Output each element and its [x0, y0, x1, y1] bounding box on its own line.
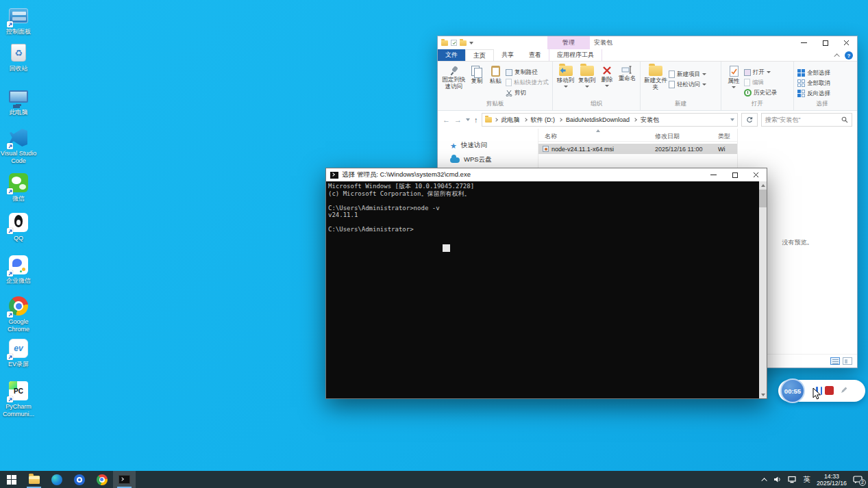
- copy-to-button[interactable]: 复制到: [578, 64, 596, 88]
- action-center-button[interactable]: 2: [853, 476, 863, 484]
- delete-button[interactable]: 删除: [599, 64, 615, 87]
- select-all-button[interactable]: 全部选择: [797, 68, 830, 78]
- taskbar-baidu-netdisk[interactable]: [68, 471, 90, 488]
- tab-home[interactable]: 主页: [465, 49, 494, 61]
- taskbar-clock[interactable]: 14:33 2025/12/16: [817, 473, 847, 487]
- new-folder-button[interactable]: 新建文件夹: [644, 64, 667, 90]
- network-icon[interactable]: [788, 476, 797, 483]
- desktop-icon-label: PyCharm Communi...: [0, 403, 37, 418]
- edit-button[interactable]: 编辑: [744, 77, 777, 88]
- search-input[interactable]: 搜索"安装包": [761, 113, 852, 127]
- forward-button[interactable]: →: [454, 116, 462, 124]
- qat-dropdown-icon[interactable]: [469, 42, 473, 44]
- taskbar-edge[interactable]: [45, 471, 68, 488]
- copy-button[interactable]: 复制: [468, 64, 485, 85]
- address-dropdown-icon[interactable]: [730, 118, 734, 121]
- new-folder-qat-icon[interactable]: [460, 40, 467, 46]
- easy-access-button[interactable]: 轻松访问: [669, 79, 706, 90]
- details-view-button[interactable]: [830, 357, 840, 365]
- desktop-icon-qq[interactable]: QQ: [0, 212, 37, 242]
- tab-view[interactable]: 查看: [521, 49, 549, 61]
- cut-button[interactable]: 剪切: [506, 88, 549, 98]
- up-button[interactable]: ↑: [474, 116, 478, 124]
- taskbar-chrome[interactable]: [90, 471, 113, 488]
- desktop-icon-wecom[interactable]: 企业微信: [0, 255, 37, 285]
- column-header-date[interactable]: 修改日期: [655, 132, 718, 141]
- desktop-icon-wechat[interactable]: 微信: [0, 172, 37, 203]
- tab-share[interactable]: 共享: [494, 49, 521, 61]
- cmd-minimize-button[interactable]: [703, 168, 724, 181]
- copy-path-button[interactable]: 复制路径: [506, 67, 549, 77]
- cmd-close-button[interactable]: [745, 168, 767, 181]
- annotate-pencil-button[interactable]: [840, 385, 849, 396]
- tab-file[interactable]: 文件: [438, 49, 465, 61]
- scroll-up-icon[interactable]: [759, 181, 767, 189]
- start-button[interactable]: [0, 471, 23, 488]
- volume-icon[interactable]: [773, 476, 782, 483]
- nav-quick-access[interactable]: ★ 快速访问: [438, 138, 538, 153]
- shortcut-arrow-icon: [7, 143, 13, 149]
- desktop-icon-recycle-bin[interactable]: ♻ 回收站: [0, 42, 37, 73]
- properties-button[interactable]: 属性: [725, 64, 743, 88]
- mouse-cursor: [813, 387, 821, 402]
- minimize-button[interactable]: [793, 36, 815, 49]
- history-button[interactable]: 历史记录: [744, 88, 777, 98]
- tray-expand-icon[interactable]: [762, 478, 767, 483]
- cmd-titlebar[interactable]: 选择 管理员: C:\Windows\system32\cmd.exe: [326, 168, 767, 181]
- select-none-button[interactable]: 全部取消: [797, 78, 830, 88]
- scrollbar-thumb[interactable]: [759, 190, 767, 207]
- folder-icon[interactable]: [441, 40, 448, 46]
- history-label: 历史记录: [754, 89, 777, 97]
- properties-qat-icon[interactable]: [451, 40, 457, 46]
- paste-button[interactable]: 粘贴: [487, 64, 504, 85]
- taskbar-file-explorer[interactable]: [23, 471, 45, 488]
- recent-locations-icon[interactable]: [466, 118, 470, 121]
- open-button[interactable]: 打开: [744, 67, 777, 77]
- move-to-button[interactable]: 移动到: [556, 64, 575, 88]
- breadcrumb-baidunetdiskdownload[interactable]: BaiduNetdiskDownload: [565, 116, 631, 123]
- nav-wps-cloud[interactable]: WPS云盘: [438, 153, 538, 167]
- invert-selection-button[interactable]: 反向选择: [797, 88, 830, 99]
- location-folder-icon: [485, 117, 492, 123]
- desktop-icon-control-panel[interactable]: 控制面板: [0, 5, 37, 36]
- move-to-dropdown-icon: [564, 86, 568, 88]
- breadcrumb-this-pc[interactable]: 此电脑: [500, 116, 521, 125]
- address-bar[interactable]: 此电脑 软件 (D:) BaiduNetdiskDownload 安装包: [482, 113, 739, 127]
- desktop-icon-vscode[interactable]: Visual Studio Code: [0, 127, 37, 165]
- desktop-icon-ev-recorder[interactable]: ev EV录屏: [0, 338, 37, 368]
- close-button[interactable]: [836, 36, 857, 49]
- file-row-selected[interactable]: node-v24.11.1-x64.msi 2025/12/16 11:00 W…: [538, 144, 737, 154]
- cmd-maximize-button[interactable]: [724, 168, 745, 181]
- new-item-button[interactable]: 新建项目: [669, 69, 706, 79]
- column-header-name[interactable]: 名称: [538, 132, 655, 141]
- maximize-button[interactable]: [815, 36, 836, 49]
- input-language-indicator[interactable]: 英: [803, 475, 810, 485]
- scroll-down-icon[interactable]: [759, 391, 767, 398]
- desktop-icon-this-pc[interactable]: 此电脑: [0, 86, 37, 116]
- terminal-output[interactable]: Microsoft Windows [版本 10.0.19045.2728] (…: [326, 181, 767, 398]
- quick-access-toolbar[interactable]: [438, 40, 473, 46]
- pin-quick-access-button[interactable]: 固定到快速访问: [441, 64, 467, 90]
- breadcrumb-anzhuangbao[interactable]: 安装包: [639, 116, 660, 125]
- terminal-line: [328, 219, 474, 227]
- explorer-titlebar[interactable]: 管理 安装包: [438, 36, 857, 49]
- screen-recorder-widget[interactable]: 00:55: [778, 380, 865, 402]
- refresh-button[interactable]: [741, 113, 758, 127]
- help-icon[interactable]: ?: [845, 51, 853, 60]
- rename-button[interactable]: 重命名: [618, 64, 636, 82]
- taskbar-cmd[interactable]: [113, 471, 136, 488]
- stop-recording-button[interactable]: [825, 386, 834, 395]
- desktop-icon-chrome[interactable]: Google Chrome: [0, 296, 37, 333]
- column-header-type[interactable]: 类型: [718, 132, 737, 141]
- collapse-ribbon-icon[interactable]: [834, 53, 839, 59]
- large-icons-view-button[interactable]: [843, 357, 852, 365]
- desktop-icon-label: 回收站: [10, 65, 28, 73]
- paste-shortcut-button[interactable]: 粘贴快捷方式: [506, 77, 549, 88]
- desktop-icon-label: 微信: [12, 195, 25, 203]
- desktop-icon-pycharm[interactable]: PC PyCharm Communi...: [0, 381, 37, 418]
- breadcrumb-drive-d[interactable]: 软件 (D:): [530, 116, 557, 125]
- properties-icon: [730, 66, 739, 77]
- cmd-scrollbar[interactable]: [759, 181, 767, 398]
- back-button[interactable]: ←: [443, 116, 450, 124]
- tab-app-tools[interactable]: 应用程序工具: [549, 49, 602, 61]
